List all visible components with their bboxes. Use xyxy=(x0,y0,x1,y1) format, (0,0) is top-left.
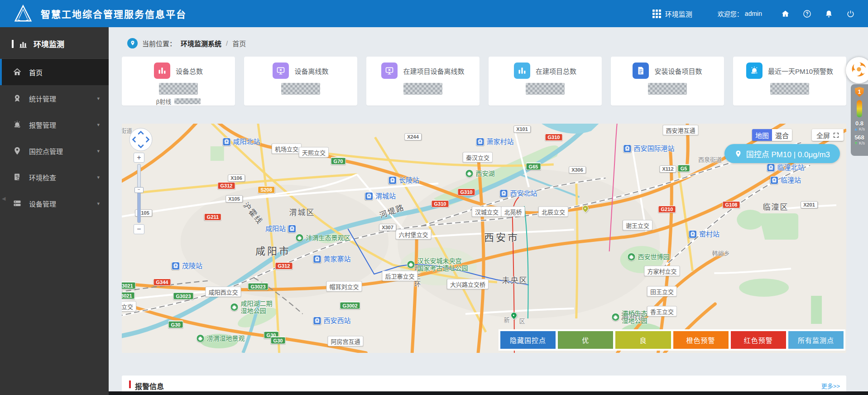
help-icon[interactable] xyxy=(802,9,812,19)
park-icon: ♣ xyxy=(296,234,304,242)
stat-card-head: 最近一天PM10预警数 xyxy=(746,63,833,79)
map-road-badge: G3002 xyxy=(340,302,360,309)
map-road-badge: G5 xyxy=(678,164,690,172)
map-road: 香王立交 xyxy=(647,306,677,317)
zoom-slider[interactable]: − xyxy=(137,164,141,223)
sidebar-item-label: 统计管理 xyxy=(29,94,56,103)
map-legend-button[interactable]: 优 xyxy=(558,331,613,349)
map-town: 韩峪乡 xyxy=(712,249,729,257)
map-road-badge: G3023 xyxy=(248,283,268,290)
monitor-point-tooltip[interactable]: 国控点 PM10 | 0.0μg/m3 xyxy=(724,144,840,163)
map-legend-button[interactable]: 隐藏国控点 xyxy=(500,331,556,349)
stat-card-title: 最近一天PM10预警数 xyxy=(768,66,833,76)
pin-icon xyxy=(734,150,742,158)
sidebar-title: 环境监测 xyxy=(0,27,109,59)
main-content: 当前位置： 环境监测系统 / 首页 设备总数 β射线 设备离线数 在建项目设备离… xyxy=(109,27,868,395)
stat-cards-row: 设备总数 β射线 设备离线数 在建项目设备离线数 在建项目总数 安装设备项目 xyxy=(122,57,846,106)
metro-station-icon: Ω xyxy=(499,189,508,198)
zoom-out-button[interactable]: − xyxy=(134,224,144,234)
map-bwhite: X307 xyxy=(379,224,396,231)
map-legend: 隐藏国控点优良橙色预警红色预警所有监测点 xyxy=(499,329,845,351)
map-district: 渭城区 xyxy=(289,206,315,217)
map-fullscreen-button[interactable]: 全屏 xyxy=(812,129,844,141)
map-road: 帽耳刘立交 xyxy=(326,281,362,292)
stat-card: 安装设备项目数 xyxy=(611,57,724,106)
map-legend-button[interactable]: 橙色预警 xyxy=(673,331,729,349)
stat-card-icon xyxy=(746,63,762,79)
sidebar-item-pin[interactable]: 国控点管理 ▾ xyxy=(0,138,109,164)
top-header-bar: 智慧工地综合管理服务信息平台 环境监测 欢迎您：admin xyxy=(0,0,868,27)
stat-card-value-redacted xyxy=(281,83,320,95)
sidebar-item-alarm[interactable]: 报警管理 ▾ xyxy=(0,111,109,138)
map-road-badge: S208 xyxy=(258,186,275,193)
breadcrumb-page[interactable]: 首页 xyxy=(232,39,246,48)
sidebar-item-stats[interactable]: 统计管理 ▾ xyxy=(0,85,109,111)
bell-icon[interactable] xyxy=(824,9,834,19)
map-city: 咸阳市 xyxy=(255,243,291,257)
breadcrumb-label: 当前位置： xyxy=(142,39,176,48)
stat-card-head: 设备离线数 xyxy=(273,63,328,79)
download-speed: 568 ▼K/s xyxy=(854,135,865,145)
map-type-map-button[interactable]: 地图 xyxy=(752,129,772,141)
browser-accelerator-button[interactable] xyxy=(846,57,868,83)
title-bar-mark xyxy=(12,40,14,48)
map-pin-green xyxy=(511,312,517,318)
park-icon: ♣ xyxy=(628,253,636,261)
sidebar-collapse-icon[interactable]: ◀ xyxy=(2,196,5,202)
map-bwhite: X244 xyxy=(404,133,422,140)
map-legend-button[interactable]: 红色预警 xyxy=(731,331,786,349)
power-icon[interactable] xyxy=(845,9,855,19)
map-pan-control[interactable] xyxy=(129,128,153,151)
sidebar-item-home[interactable]: 首页 xyxy=(0,59,109,85)
stat-card-icon xyxy=(514,63,530,79)
map-road-badge: G211 xyxy=(204,213,221,221)
module-switcher[interactable]: 环境监测 xyxy=(652,9,692,19)
map-road-badge: G310 xyxy=(432,200,449,207)
map-road-badge: G310 xyxy=(545,134,563,141)
sidebar-item-label: 国控点管理 xyxy=(29,146,63,156)
zoom-in-button[interactable]: + xyxy=(134,153,144,163)
metro-station-icon: Ω xyxy=(689,230,697,238)
sidebar-item-device[interactable]: 设备管理 ▾ xyxy=(0,190,109,217)
map-park: ♣灞桥生态湿地公园 xyxy=(612,310,647,324)
bottom-edge-strip xyxy=(109,391,868,395)
map-type-mixed-button[interactable]: 混合 xyxy=(772,129,792,141)
map-road-badge: G108 xyxy=(723,201,740,208)
map-legend-button[interactable]: 良 xyxy=(615,331,671,349)
netspeed-widget[interactable]: 1 0.8 ▲K/s 568 ▼K/s xyxy=(851,84,868,156)
map-road: 西安港互通 xyxy=(662,125,698,135)
zoom-slider-handle[interactable]: − xyxy=(134,187,144,193)
map-road-badge: G3023 xyxy=(173,292,193,300)
park-icon: ♣ xyxy=(230,303,239,311)
metro-station-icon: Ω xyxy=(388,176,397,184)
alarm-panel-title: 报警信息 xyxy=(135,381,164,391)
pin-icon xyxy=(13,146,22,155)
check-icon xyxy=(13,173,22,182)
map-road: 机场立交 xyxy=(272,144,302,154)
alarm-more-link[interactable]: 更多>> xyxy=(821,381,840,390)
username: admin xyxy=(745,10,762,17)
location-pin-icon xyxy=(127,38,138,48)
map-canvas[interactable]: 咸阳市西安市渭城区未央区临潼区灞桥区韩峪乡西泉街道街道新区沪霍线河堤路西三环Ω咸… xyxy=(122,124,846,353)
map-station: Ω长陵站 xyxy=(388,176,419,184)
map-card: 咸阳市西安市渭城区未央区临潼区灞桥区韩峪乡西泉街道街道新区沪霍线河堤路西三环Ω咸… xyxy=(122,124,846,353)
map-road-badge: G210 xyxy=(658,206,676,213)
sidebar-item-check[interactable]: 环境检查 ▾ xyxy=(0,164,109,190)
map-bwhite: X101 xyxy=(513,125,531,133)
metro-station-icon: Ω xyxy=(172,262,180,270)
stat-card-title: 安装设备项目数 xyxy=(654,66,702,76)
map-road: 六村堡立交 xyxy=(395,229,431,240)
park-icon: ♣ xyxy=(612,313,620,321)
sidebar: 环境监测 首页 统计管理 ▾ 报警管理 ▾ 国控点管理 ▾ 环境检查 ▾ 设备管… xyxy=(0,27,109,395)
grid-menu-icon xyxy=(652,10,661,18)
stat-card-title: 在建项目总数 xyxy=(536,66,576,76)
map-road-badge: G310 xyxy=(458,188,475,196)
map-legend-button[interactable]: 所有监测点 xyxy=(788,331,844,349)
map-town: 区 xyxy=(519,316,525,325)
stat-card-icon xyxy=(273,63,289,79)
home-icon[interactable] xyxy=(780,9,790,19)
sidebar-menu: 首页 统计管理 ▾ 报警管理 ▾ 国控点管理 ▾ 环境检查 ▾ 设备管理 ▾ xyxy=(0,59,109,217)
map-bwhite: X106 xyxy=(228,174,245,182)
breadcrumb-system[interactable]: 环境监测系统 xyxy=(181,39,221,48)
stat-card: 在建项目总数 xyxy=(489,57,602,106)
